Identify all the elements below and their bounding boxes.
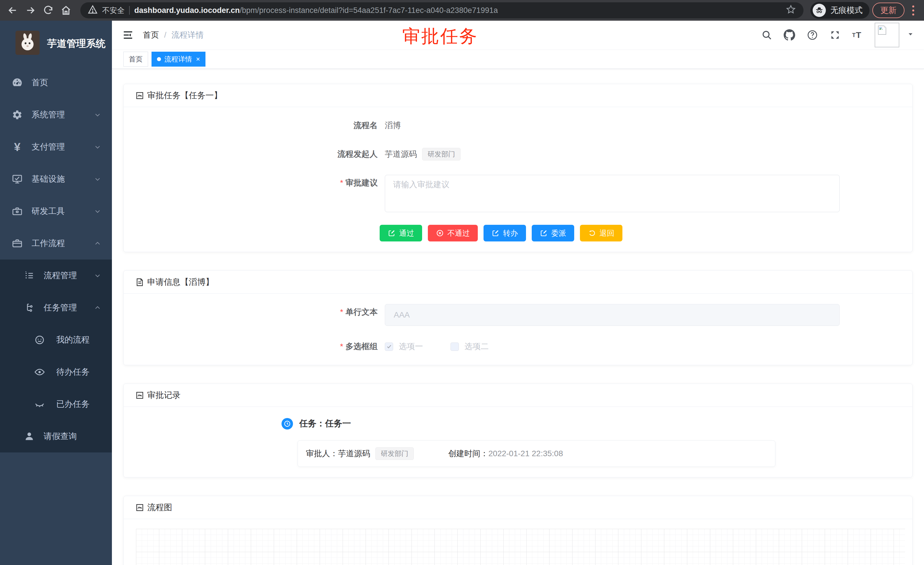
annotation-text: 审批任务 xyxy=(402,24,478,48)
sidebar-item-leave-query[interactable]: 请假查询 xyxy=(0,420,112,452)
search-icon[interactable] xyxy=(761,30,772,41)
single-line-text-input xyxy=(385,304,840,326)
task-title: 任务：任务一 xyxy=(299,418,351,430)
card-header: 申请信息【滔博】 xyxy=(124,271,912,294)
delegate-button[interactable]: 委派 xyxy=(532,225,574,242)
sidebar-item-label: 研发工具 xyxy=(32,206,65,217)
tab-home[interactable]: 首页 xyxy=(123,52,148,67)
sidebar-item-system[interactable]: 系统管理 xyxy=(0,99,112,131)
card-title: 审批任务【任务一】 xyxy=(147,90,222,101)
sidebar-item-label: 工作流程 xyxy=(32,238,65,249)
sidebar-item-my-process[interactable]: 我的流程 xyxy=(0,324,112,356)
sidebar-item-label: 任务管理 xyxy=(44,302,77,314)
created-time-label: 创建时间： xyxy=(448,448,488,459)
sidebar-item-home[interactable]: 首页 xyxy=(0,67,112,99)
bookmark-star-icon[interactable] xyxy=(786,4,796,17)
initiator-value: 芋道源码 研发部门 xyxy=(385,146,460,162)
checkbox-option-1: 选项一 xyxy=(385,341,423,352)
fullscreen-icon[interactable] xyxy=(830,30,840,41)
eye-icon xyxy=(33,366,46,378)
logo-image xyxy=(15,31,40,57)
url-text: dashboard.yudao.iocoder.cn/bpm/process-i… xyxy=(134,6,498,15)
sidebar-toggle-icon[interactable] xyxy=(122,29,134,41)
tags-view-bar: 首页 流程详情 × xyxy=(112,50,924,69)
sidebar-item-process-management[interactable]: 流程管理 xyxy=(0,260,112,292)
record-panel: 审批人： 芋道源码 研发部门 创建时间： 2022-01-21 22:35:08 xyxy=(298,440,776,467)
chevron-up-icon xyxy=(94,240,101,247)
app-logo[interactable]: 芋道管理系统 xyxy=(0,21,112,67)
approval-record-card: 审批记录 任务：任务一 审批人： 芋道源码 研发部门 xyxy=(123,383,912,478)
sidebar-item-dev-tools[interactable]: 研发工具 xyxy=(0,195,112,227)
sidebar-item-task-management[interactable]: 任务管理 xyxy=(0,292,112,324)
application-info-card: 申请信息【滔博】 *单行文本 *多选框组 选项一 xyxy=(123,270,912,365)
workflow-submenu: 流程管理 任务管理 我的流程 待办任务 xyxy=(0,260,112,452)
tab-label: 流程详情 xyxy=(164,54,192,64)
help-icon[interactable] xyxy=(807,29,818,41)
sidebar-item-infrastructure[interactable]: 基础设施 xyxy=(0,163,112,195)
url-bar[interactable]: 不安全 dashboard.yudao.iocoder.cn/bpm/proce… xyxy=(80,2,804,18)
dashboard-icon xyxy=(11,77,24,89)
advice-label: *审批建议 xyxy=(135,175,385,191)
sidebar-item-done-tasks[interactable]: 已办任务 xyxy=(0,388,112,420)
sidebar-item-label: 系统管理 xyxy=(32,109,65,120)
card-title: 申请信息【滔博】 xyxy=(147,276,214,288)
bpmn-canvas[interactable] xyxy=(136,529,905,565)
checkbox-group: 选项一 选项二 xyxy=(385,338,489,355)
browser-update-button[interactable]: 更新 xyxy=(872,3,904,18)
github-icon[interactable] xyxy=(784,29,795,41)
chevron-down-icon xyxy=(94,111,101,118)
broken-image-icon xyxy=(876,24,888,36)
picture-icon xyxy=(135,91,144,100)
sidebar-item-payment[interactable]: ¥ 支付管理 xyxy=(0,131,112,163)
created-time-value: 2022-01-21 22:35:08 xyxy=(488,449,563,458)
sidebar-item-label: 基础设施 xyxy=(32,173,65,185)
sidebar-item-label: 已办任务 xyxy=(56,398,90,410)
caret-down-icon[interactable] xyxy=(907,30,914,40)
approve-button[interactable]: 通过 xyxy=(380,225,422,242)
card-header: 审批记录 xyxy=(124,384,912,407)
monitor-icon xyxy=(11,173,24,185)
briefcase-icon xyxy=(11,238,24,249)
sidebar-item-label: 首页 xyxy=(32,77,48,89)
sidebar-item-todo-tasks[interactable]: 待办任务 xyxy=(0,356,112,388)
sidebar-item-workflow[interactable]: 工作流程 xyxy=(0,227,112,260)
transfer-button[interactable]: 转办 xyxy=(483,225,526,242)
reject-button[interactable]: 不通过 xyxy=(428,225,478,242)
home-icon[interactable] xyxy=(58,3,74,18)
reload-icon[interactable] xyxy=(41,3,56,18)
chevron-up-icon xyxy=(94,304,101,311)
browser-menu-icon[interactable] xyxy=(908,3,919,18)
initiator-label: 流程发起人 xyxy=(135,146,385,162)
text-field-label: *单行文本 xyxy=(135,304,385,320)
chevron-down-icon xyxy=(94,176,101,183)
return-button[interactable]: 退回 xyxy=(580,225,622,242)
process-diagram-card: 流程图 xyxy=(123,496,912,565)
close-icon[interactable]: × xyxy=(196,56,200,63)
approver-label: 审批人： xyxy=(306,448,338,459)
list-icon xyxy=(23,270,36,281)
checkbox-option-2: 选项二 xyxy=(450,341,489,352)
department-tag: 研发部门 xyxy=(375,447,414,460)
eye-closed-icon xyxy=(33,398,46,410)
face-icon xyxy=(33,334,46,346)
divider xyxy=(129,6,130,15)
picture-icon xyxy=(135,391,144,400)
sidebar-item-label: 流程管理 xyxy=(44,270,77,281)
breadcrumb-home[interactable]: 首页 xyxy=(143,30,159,41)
yen-icon: ¥ xyxy=(11,141,24,153)
department-tag: 研发部门 xyxy=(422,148,460,161)
breadcrumb-separator: / xyxy=(164,30,166,40)
chevron-down-icon xyxy=(94,272,101,279)
app-title: 芋道管理系统 xyxy=(47,37,106,50)
forward-icon[interactable] xyxy=(23,3,38,18)
page-content: 审批任务【任务一】 流程名 滔博 流程发起人 芋道源码 研发部门 xyxy=(112,69,924,565)
checkbox-unchecked-icon xyxy=(450,343,459,351)
security-label[interactable]: 不安全 xyxy=(102,6,124,15)
browser-toolbar: 不安全 dashboard.yudao.iocoder.cn/bpm/proce… xyxy=(0,0,924,21)
advice-textarea[interactable] xyxy=(385,175,840,212)
process-name-value: 滔博 xyxy=(385,117,401,134)
font-size-icon[interactable]: TT xyxy=(852,30,861,40)
avatar[interactable] xyxy=(874,23,899,47)
back-icon[interactable] xyxy=(5,3,20,18)
tab-process-detail[interactable]: 流程详情 × xyxy=(152,52,206,67)
